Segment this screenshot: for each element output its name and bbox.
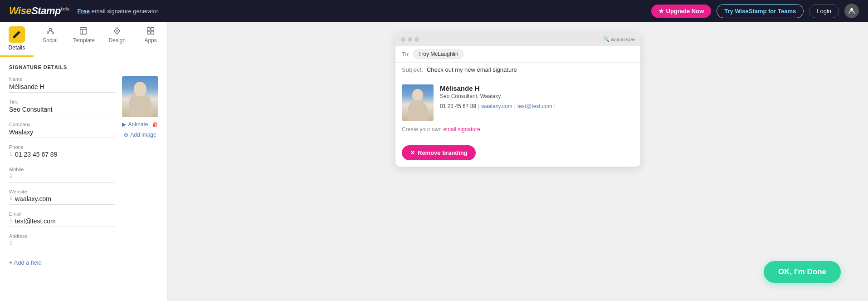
divider-3: | bbox=[554, 103, 556, 109]
details-icon-bg bbox=[9, 26, 25, 43]
mobile-drag-row: ⠿ bbox=[9, 173, 115, 183]
tab-navigation: Details Social Template bbox=[0, 22, 167, 57]
remove-branding-button[interactable]: ✕ Remove branding bbox=[402, 145, 476, 160]
divider-2: | bbox=[514, 103, 516, 109]
login-label: Login bbox=[817, 8, 831, 15]
title-field-group: Title bbox=[9, 99, 115, 115]
company-label: Company bbox=[9, 122, 115, 127]
tab-social[interactable]: Social bbox=[34, 22, 67, 57]
phone-field-group: Phone ⠿ bbox=[9, 144, 115, 160]
login-button[interactable]: Login bbox=[809, 4, 839, 18]
add-field-button[interactable]: + Add a field bbox=[9, 259, 42, 266]
tab-template-label: Template bbox=[73, 37, 95, 44]
tab-apps-label: Apps bbox=[144, 37, 156, 44]
mobile-drag-handle[interactable]: ⠿ bbox=[9, 173, 13, 180]
photo-area: ▶ Animate 🗑 ⊕ Add image bbox=[122, 76, 158, 266]
subject-label: Subject: bbox=[402, 66, 423, 73]
upgrade-now-button[interactable]: ★ Upgrade Now bbox=[651, 5, 712, 18]
actual-size-button[interactable]: 🔍 Actual size bbox=[603, 36, 635, 42]
content-area: 🔍 Actual size To: Troy McLaughlin Subjec… bbox=[168, 22, 868, 301]
zoom-icon: 🔍 bbox=[603, 36, 610, 42]
name-field-group: Name bbox=[9, 76, 115, 93]
photo-actions: ▶ Animate 🗑 bbox=[122, 121, 158, 128]
website-label: Website bbox=[9, 189, 115, 194]
mobile-input[interactable] bbox=[15, 173, 115, 180]
sidebar: Details Social Template bbox=[0, 22, 168, 301]
pencil-icon bbox=[12, 30, 21, 39]
website-drag-handle[interactable]: ⠿ bbox=[9, 196, 13, 202]
svg-rect-8 bbox=[147, 31, 150, 34]
tab-details[interactable]: Details bbox=[0, 22, 34, 57]
branding-link[interactable]: email signature bbox=[443, 126, 480, 133]
upgrade-label: Upgrade Now bbox=[666, 8, 704, 15]
trash-icon: 🗑 bbox=[152, 121, 158, 128]
address-input[interactable] bbox=[15, 240, 115, 247]
tab-details-label: Details bbox=[9, 44, 25, 51]
branding-text: Create your own bbox=[402, 126, 443, 133]
add-image-button[interactable]: ⊕ Add image bbox=[124, 132, 156, 138]
email-to-row: To: Troy McLaughlin bbox=[395, 46, 640, 63]
plus-circle-icon: ⊕ bbox=[124, 132, 128, 138]
nav-tagline: Free email signature generator bbox=[77, 8, 158, 15]
email-label: Email bbox=[9, 211, 115, 217]
try-teams-button[interactable]: Try WiseStamp for Teams bbox=[717, 4, 804, 18]
window-dots bbox=[401, 37, 419, 42]
sig-website[interactable]: waalaxy.com bbox=[481, 103, 512, 109]
name-label: Name bbox=[9, 76, 115, 82]
apps-icon bbox=[146, 26, 155, 35]
website-input[interactable] bbox=[15, 195, 115, 202]
svg-point-0 bbox=[850, 8, 853, 11]
dot-green bbox=[414, 37, 419, 42]
tab-design-label: Design bbox=[109, 37, 126, 44]
to-label: To: bbox=[402, 51, 410, 58]
tab-design[interactable]: Design bbox=[100, 22, 134, 57]
title-input[interactable] bbox=[9, 106, 115, 115]
add-image-label: Add image bbox=[130, 132, 156, 138]
logo-beta: beta bbox=[61, 6, 69, 11]
delete-photo-button[interactable]: 🗑 bbox=[152, 121, 158, 128]
form-with-photo: Name Title Company Phone bbox=[9, 76, 158, 266]
subject-text: Check out my new email signature bbox=[427, 66, 517, 73]
email-drag-handle[interactable]: ⠿ bbox=[9, 218, 13, 224]
section-title: SIGNATURE DETAILS bbox=[9, 64, 158, 70]
svg-rect-4 bbox=[80, 28, 87, 35]
free-label: Free bbox=[77, 8, 89, 15]
ok-done-button[interactable]: OK, I'm Done bbox=[764, 261, 841, 283]
avatar[interactable] bbox=[844, 4, 859, 18]
mobile-label: Mobile bbox=[9, 167, 115, 172]
social-icon bbox=[46, 26, 55, 35]
remove-branding-label: Remove branding bbox=[418, 149, 468, 156]
divider-1: | bbox=[478, 103, 479, 109]
email-input[interactable] bbox=[15, 217, 115, 225]
phone-label: Phone bbox=[9, 144, 115, 150]
signature-photo bbox=[402, 84, 434, 121]
logo-area: WiseStampbeta Free email signature gener… bbox=[9, 5, 158, 17]
company-input[interactable] bbox=[9, 128, 115, 138]
animate-button[interactable]: ▶ Animate bbox=[122, 121, 148, 128]
x-icon: ✕ bbox=[410, 149, 415, 156]
sig-phone: 01 23 45 67 89 bbox=[440, 103, 476, 109]
actual-size-label: Actual size bbox=[611, 37, 635, 42]
website-field-group: Website ⠿ bbox=[9, 189, 115, 205]
signature-preview-area: Mélisande H Seo Consultant, Waalaxy 01 2… bbox=[395, 77, 640, 140]
signature-info: Mélisande H Seo Consultant, Waalaxy 01 2… bbox=[440, 84, 634, 109]
signature-title-company: Seo Consultant, Waalaxy bbox=[440, 93, 634, 99]
animate-label: Animate bbox=[128, 121, 148, 128]
svg-rect-7 bbox=[151, 28, 154, 30]
top-navigation: WiseStampbeta Free email signature gener… bbox=[0, 0, 868, 22]
company-field-group: Company bbox=[9, 122, 115, 138]
tab-apps[interactable]: Apps bbox=[134, 22, 167, 57]
sig-email[interactable]: test@test.com bbox=[517, 103, 552, 109]
phone-input[interactable] bbox=[15, 151, 115, 158]
phone-drag-handle[interactable]: ⠿ bbox=[9, 151, 13, 158]
name-input[interactable] bbox=[9, 83, 115, 93]
teams-label: Try WiseStamp for Teams bbox=[724, 8, 796, 15]
website-drag-row: ⠿ bbox=[9, 195, 115, 205]
window-titlebar: 🔍 Actual size bbox=[395, 33, 640, 46]
tab-template[interactable]: Template bbox=[67, 22, 101, 57]
star-icon: ★ bbox=[658, 8, 664, 15]
signature-name: Mélisande H bbox=[440, 84, 634, 92]
email-drag-row: ⠿ bbox=[9, 217, 115, 227]
address-drag-handle[interactable]: ⠿ bbox=[9, 240, 13, 247]
dot-yellow bbox=[408, 37, 412, 42]
